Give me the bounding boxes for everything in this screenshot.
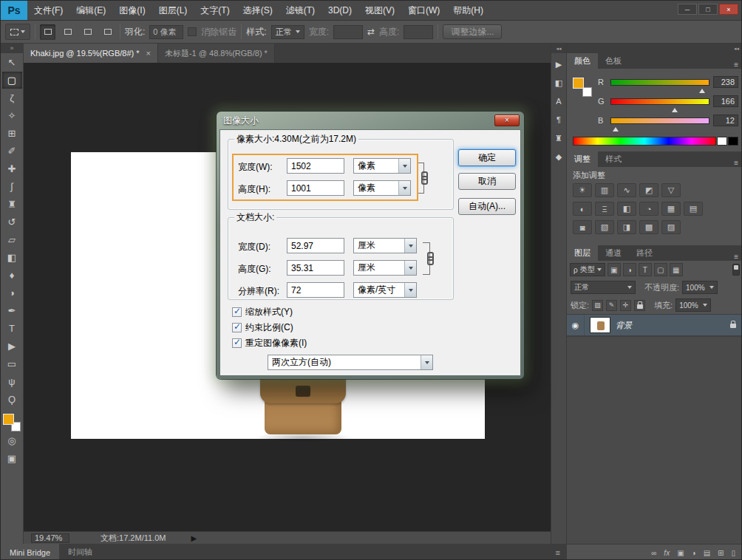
tab-adjustments[interactable]: 调整 (567, 151, 598, 167)
layer-name[interactable]: 背景 (616, 320, 632, 331)
menu-type[interactable]: 文字(T) (194, 1, 236, 20)
menu-file[interactable]: 文件(F) (27, 1, 69, 20)
document-tab-untitled[interactable]: 未标题-1 @ 48.8%(RGB/8) * (157, 44, 275, 63)
antialias-checkbox[interactable] (188, 27, 197, 36)
screen-mode-button[interactable]: ▣ (2, 450, 22, 467)
document-tab-khaki[interactable]: Khaki.jpg @ 19.5%(RGB/8#) * × (24, 44, 157, 63)
subtract-from-selection-button[interactable] (80, 24, 95, 40)
foreground-background-swatches[interactable] (3, 414, 21, 431)
fill-input[interactable]: 100% (675, 298, 711, 312)
layer-visibility-eye-icon[interactable]: ◉ (567, 315, 585, 335)
new-selection-button[interactable] (40, 24, 55, 40)
blue-slider-thumb[interactable] (613, 124, 619, 132)
hand-tool[interactable]: ψ (2, 373, 22, 390)
opacity-input[interactable]: 100% (682, 281, 718, 294)
type-layer-filter-icon[interactable]: T (639, 263, 652, 276)
adjustment-layer-filter-icon[interactable]: ◑ (623, 263, 636, 276)
crop-tool[interactable]: ⊞ (2, 125, 22, 142)
scale-styles-checkbox[interactable]: 缩放样式(Y) (232, 306, 293, 318)
pen-tool[interactable]: ✒ (2, 302, 22, 319)
history-brush-tool[interactable]: ↺ (2, 214, 22, 231)
actions-panel-icon[interactable]: ▶ (551, 57, 566, 72)
resample-method-select[interactable]: 两次立方(自动) (268, 355, 433, 370)
status-menu-arrow-icon[interactable]: ▶ (191, 534, 197, 542)
ok-button[interactable]: 确定 (458, 149, 516, 166)
doc-width-input[interactable] (287, 238, 344, 253)
auto-button[interactable]: 自动(A)... (458, 198, 516, 215)
dialog-title-bar[interactable]: 图像大小 × (219, 112, 521, 129)
doc-width-unit-select[interactable]: 厘米 (353, 238, 417, 253)
quick-mask-button[interactable]: ◎ (2, 432, 22, 449)
rectangular-marquee-tool[interactable]: ▢ (2, 72, 22, 89)
green-slider[interactable] (610, 98, 709, 105)
resample-image-checkbox[interactable]: 重定图像像素(I) (232, 337, 307, 349)
layer-filter-select[interactable]: ρ 类型 (570, 263, 605, 276)
red-slider-thumb[interactable] (699, 86, 705, 93)
type-tool[interactable]: T (2, 320, 22, 337)
tab-timeline[interactable]: 时间轴 (59, 544, 101, 560)
black-swatch[interactable] (728, 137, 738, 146)
style-select[interactable]: 正常 (271, 25, 304, 39)
minimize-button[interactable]: ─ (678, 4, 697, 15)
menu-view[interactable]: 视图(V) (358, 1, 401, 20)
white-swatch[interactable] (717, 137, 727, 146)
restore-button[interactable]: □ (698, 4, 718, 15)
photo-filter-icon[interactable]: ◔ (639, 202, 658, 216)
new-group-icon[interactable]: ▤ (704, 549, 710, 557)
tab-channels[interactable]: 通道 (598, 245, 629, 261)
clone-source-panel-icon[interactable]: ♜ (551, 131, 566, 146)
tab-mini-bridge[interactable]: Mini Bridge (1, 544, 59, 560)
doc-height-input[interactable] (287, 260, 344, 276)
exposure-icon[interactable]: ◩ (639, 183, 658, 197)
menu-image[interactable]: 图像(I) (112, 1, 152, 20)
blue-value[interactable]: 12 (713, 115, 738, 126)
width-input[interactable] (333, 25, 363, 39)
vibrance-icon[interactable]: ▽ (661, 183, 681, 197)
curves-icon[interactable]: ∿ (617, 183, 636, 197)
shape-layer-filter-icon[interactable]: ▢ (654, 263, 667, 276)
menu-layer[interactable]: 图层(L) (152, 1, 194, 20)
dock-collapse-icon[interactable]: ◂◂ (567, 44, 742, 53)
doc-height-unit-select[interactable]: 厘米 (353, 260, 417, 276)
foreground-color-swatch[interactable] (3, 414, 14, 425)
rectangle-tool[interactable]: ▭ (2, 355, 22, 372)
tab-styles[interactable]: 样式 (598, 151, 629, 167)
zoom-level-input[interactable]: 19.47% (31, 533, 69, 543)
lock-position-icon[interactable]: ✛ (620, 300, 631, 311)
menu-3d[interactable]: 3D(D) (321, 1, 358, 20)
smart-object-filter-icon[interactable]: ▦ (670, 263, 683, 276)
tab-close-icon[interactable]: × (146, 49, 151, 58)
menu-edit[interactable]: 编辑(E) (69, 1, 112, 20)
tab-paths[interactable]: 路径 (629, 245, 660, 261)
lock-transparency-icon[interactable]: ▨ (592, 300, 603, 311)
color-lookup-icon[interactable]: ▤ (684, 202, 703, 216)
properties-panel-icon[interactable]: ◧ (551, 75, 566, 90)
lasso-tool[interactable]: ζ (2, 89, 22, 106)
foreground-color-swatch[interactable] (573, 78, 584, 89)
new-layer-icon[interactable]: ⊞ (718, 549, 724, 557)
foreground-background-swatches[interactable] (573, 78, 592, 97)
selective-color-icon[interactable]: ▨ (661, 220, 681, 234)
tab-swatches[interactable]: 色板 (598, 53, 629, 69)
color-spectrum-ramp[interactable] (573, 137, 716, 146)
clone-stamp-tool[interactable]: ♜ (2, 196, 22, 213)
cancel-button[interactable]: 取消 (458, 173, 516, 190)
tool-preset-dropdown[interactable] (5, 24, 30, 40)
paragraph-panel-icon[interactable]: ¶ (551, 112, 566, 127)
toolbar-collapse-icon[interactable]: » (1, 44, 23, 53)
lock-pixels-icon[interactable]: ✎ (606, 300, 617, 311)
gradient-map-icon[interactable]: ▩ (639, 220, 658, 234)
panel-menu-icon[interactable]: ≡ (734, 159, 742, 167)
gradient-tool[interactable]: ◧ (2, 249, 22, 266)
hue-saturation-icon[interactable]: ◐ (573, 202, 592, 216)
green-slider-thumb[interactable] (672, 105, 678, 112)
panel-menu-icon[interactable]: ≡ (734, 253, 742, 261)
panel-menu-icon[interactable]: ≡ (556, 544, 567, 560)
red-value[interactable]: 238 (713, 76, 738, 88)
threshold-icon[interactable]: ◨ (617, 220, 636, 234)
lock-all-icon[interactable] (634, 300, 645, 311)
move-tool[interactable]: ↖ (2, 54, 22, 71)
feather-input[interactable]: 0 像素 (149, 25, 183, 39)
blue-slider[interactable] (610, 117, 709, 124)
menu-filter[interactable]: 滤镜(T) (279, 1, 321, 20)
